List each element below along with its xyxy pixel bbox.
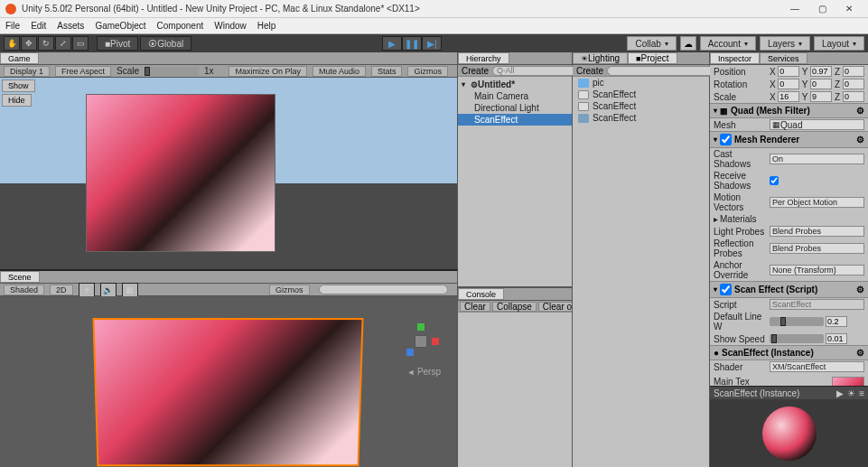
tab-project[interactable]: ■ Project [628,52,677,64]
menu-file[interactable]: File [5,21,20,31]
hierarchy-item-scaneffect[interactable]: ScanEffect [458,114,572,126]
menu-assets[interactable]: Assets [57,21,84,31]
scl-y[interactable] [810,91,832,102]
hand-tool[interactable]: ✋ [4,36,20,51]
pos-x[interactable] [778,66,799,77]
maintex-preview[interactable]: Select [832,377,864,386]
2d-toggle[interactable]: 2D [50,285,73,295]
preview-play-icon[interactable]: ▶ [836,388,844,398]
menu-edit[interactable]: Edit [31,21,46,31]
menu-gameobject[interactable]: GameObject [95,21,145,31]
hierarchy-item-camera[interactable]: Main Camera [458,90,572,102]
tab-console[interactable]: Console [458,288,504,300]
scene-canvas[interactable]: ◄ Persp [0,296,457,467]
show-button[interactable]: Show [2,79,35,92]
project-item-script2[interactable]: ScanEffect [573,100,709,112]
cast-shadows-dropdown[interactable]: On [770,154,864,164]
tab-scene[interactable]: Scene [0,271,40,283]
rot-y[interactable] [810,79,832,89]
rot-z[interactable] [843,79,864,89]
collab-dropdown[interactable]: Collab [627,36,676,51]
menu-window[interactable]: Window [214,21,247,31]
cloud-icon[interactable]: ☁ [680,36,696,51]
persp-label[interactable]: ◄ Persp [406,367,441,377]
material-preview[interactable] [710,399,868,467]
audio-toggle-icon[interactable]: 🔊 [100,283,117,297]
layers-dropdown[interactable]: Layers [760,36,810,51]
close-button[interactable]: ✕ [835,4,863,14]
reflection-probes-dropdown[interactable]: Blend Probes [770,243,864,254]
shader-dropdown[interactable]: XM/ScanEffect [770,361,864,372]
gear-icon[interactable]: ⚙ [856,135,864,145]
project-item-pic[interactable]: pic [573,77,709,89]
receive-shadows-checkbox[interactable] [770,176,779,185]
pos-z[interactable] [843,66,864,77]
scene-root[interactable]: ▾⚙ Untitled* [458,79,572,90]
scene-gizmos-dropdown[interactable]: Gizmos [269,285,310,295]
layout-dropdown[interactable]: Layout [814,36,864,51]
rotate-tool[interactable]: ↻ [38,36,54,51]
maximize-button[interactable]: ▢ [808,4,835,14]
gear-icon[interactable]: ⚙ [856,106,864,116]
maximize-toggle[interactable]: Maximize On Play [229,66,307,77]
console-collapse[interactable]: Collapse [492,302,537,312]
move-tool[interactable]: ✥ [21,36,37,51]
selected-quad[interactable] [92,318,363,466]
hide-button[interactable]: Hide [2,94,32,107]
scale-label: Scale [117,66,139,76]
tab-lighting[interactable]: ☀ Lighting [573,52,628,64]
rect-tool[interactable]: ▭ [72,36,89,51]
light-toggle-icon[interactable]: ☀ [79,283,95,297]
preview-menu-icon[interactable]: ≡ [859,388,864,398]
gear-icon[interactable]: ⚙ [856,285,864,294]
tab-game[interactable]: Game [0,52,39,64]
scale-slider[interactable] [145,67,199,76]
project-item-script1[interactable]: ScanEffect [573,89,709,100]
tab-services[interactable]: Services [760,52,807,64]
hierarchy-create[interactable]: Create [462,66,489,76]
orientation-gizmo[interactable] [403,323,439,360]
motion-vectors-dropdown[interactable]: Per Object Motion [770,197,864,208]
play-button[interactable]: ▶ [382,36,402,51]
default-line-w-field[interactable] [826,316,847,327]
show-speed-slider[interactable] [770,334,824,343]
gizmos-dropdown[interactable]: Gizmos [407,66,448,77]
default-line-w-slider[interactable] [770,317,824,326]
console-clear[interactable]: Clear [460,302,490,312]
menu-help[interactable]: Help [257,21,276,31]
aspect-dropdown[interactable]: Free Aspect [55,66,111,77]
fx-toggle-icon[interactable]: ▦ [122,283,138,297]
gear-icon[interactable]: ⚙ [856,348,864,358]
mesh-renderer-enabled[interactable] [720,134,732,145]
step-button[interactable]: ▶| [422,36,442,51]
scl-z[interactable] [843,91,864,102]
mute-toggle[interactable]: Mute Audio [313,66,366,77]
tab-hierarchy[interactable]: Hierarchy [458,52,509,64]
pause-button[interactable]: ❚❚ [402,36,422,51]
project-item-shader[interactable]: ScanEffect [573,112,709,124]
show-speed-field[interactable] [826,333,847,344]
tab-inspector[interactable]: Inspector [710,52,760,64]
scale-tool[interactable]: ⤢ [55,36,71,51]
scene-search-input[interactable] [319,285,448,294]
rot-x[interactable] [778,79,799,89]
anchor-override-field[interactable]: None (Transform) [770,265,864,276]
pivot-toggle[interactable]: ■ Pivot [97,36,138,51]
mesh-field[interactable]: ▦ Quad [770,119,864,130]
preview-light-icon[interactable]: ☀ [847,388,855,398]
light-probes-dropdown[interactable]: Blend Probes [770,226,864,237]
console-clear-play[interactable]: Clear on Play [538,302,572,312]
pos-y[interactable] [810,66,832,77]
scan-effect-enabled[interactable] [720,284,732,295]
shading-dropdown[interactable]: Shaded [4,285,44,295]
stats-toggle[interactable]: Stats [371,66,403,77]
project-search-input[interactable] [607,66,717,76]
hierarchy-item-light[interactable]: Directional Light [458,102,572,114]
scl-x[interactable] [778,91,799,102]
display-dropdown[interactable]: Display 1 [4,66,50,77]
menu-component[interactable]: Component [157,21,204,31]
minimize-button[interactable]: — [781,4,808,14]
account-dropdown[interactable]: Account [700,36,756,51]
project-create[interactable]: Create [576,66,603,76]
local-toggle[interactable]: ⦿ Global [140,36,191,51]
